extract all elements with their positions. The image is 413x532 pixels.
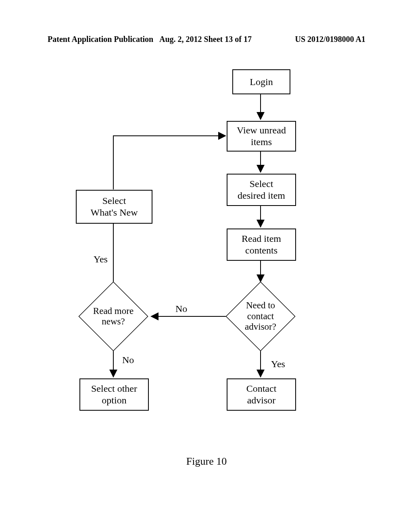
node-contact-advisor: Contactadvisor xyxy=(227,378,296,411)
node-select-other: Select otheroption xyxy=(79,378,149,411)
label-yes-left: Yes xyxy=(94,254,108,265)
node-need-contact: Need tocontactadvisor? xyxy=(226,282,295,351)
node-view-unread: View unreaditems xyxy=(227,121,296,152)
figure-caption: Figure 10 xyxy=(0,455,413,468)
node-read-more-label: Read morenews? xyxy=(79,282,148,351)
flow-arrows xyxy=(0,0,413,532)
node-login: Login xyxy=(232,69,290,94)
node-read-more: Read morenews? xyxy=(79,282,148,351)
node-need-contact-label: Need tocontactadvisor? xyxy=(226,282,295,351)
node-read-contents: Read itemcontents xyxy=(227,229,296,261)
label-no-mid: No xyxy=(175,303,187,314)
label-yes-right: Yes xyxy=(271,359,285,370)
node-select-item: Selectdesired item xyxy=(227,174,296,206)
label-no-below: No xyxy=(122,355,134,366)
node-select-whats-new: SelectWhat's New xyxy=(76,190,152,224)
